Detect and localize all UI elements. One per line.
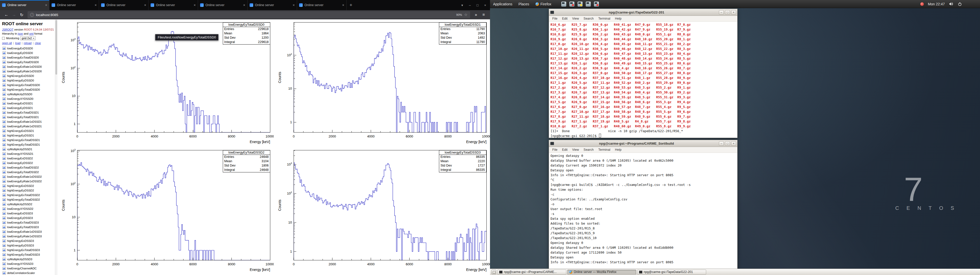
browser-tab[interactable]: Online server× bbox=[99, 0, 148, 10]
tab-close-icon[interactable]: × bbox=[243, 3, 245, 7]
tree-item[interactable]: highEnergyEyDSSD1 bbox=[2, 133, 55, 138]
tree-item[interactable]: lowEnergyExTotalDSSD2 bbox=[2, 165, 55, 170]
window-close-button[interactable]: × bbox=[731, 141, 736, 145]
browser-tab[interactable]: Online server× bbox=[248, 0, 297, 10]
tree-item[interactable]: highEnergyExDSSD1 bbox=[2, 129, 55, 133]
tree-item[interactable]: lowEnergyEyTotalDSSD0 bbox=[2, 60, 55, 65]
back-button[interactable]: ← bbox=[3, 11, 10, 18]
tree-item[interactable]: highEnergyExDSSD0 bbox=[2, 74, 55, 78]
xml-link[interactable]: xml bbox=[29, 32, 33, 35]
launcher-icon[interactable] bbox=[593, 1, 599, 7]
tree-item[interactable]: lowEnergyEyDSSD0 bbox=[2, 51, 55, 55]
new-tab-button[interactable]: + bbox=[347, 0, 355, 10]
tree-item[interactable]: lowEnergyXYDSSD1 bbox=[2, 152, 55, 156]
tree-item[interactable]: lowEnergyExDSSD0 bbox=[2, 46, 55, 51]
tab-close-icon[interactable]: × bbox=[342, 3, 344, 7]
launcher-icon[interactable] bbox=[577, 1, 583, 7]
tab-close-icon[interactable]: × bbox=[293, 3, 295, 7]
tree-item[interactable]: xyMultiplicityDSSD1 bbox=[2, 147, 55, 152]
tree-item[interactable]: lowEnergyExRate1xDSSD0 bbox=[2, 65, 55, 69]
tree-item[interactable]: lowEnergyExRate1xDSSD2 bbox=[2, 174, 55, 179]
volume-icon[interactable] bbox=[949, 2, 953, 6]
tree-item[interactable]: lowEnergyXYDSSD3 bbox=[2, 261, 55, 266]
forward-button[interactable]: → bbox=[10, 11, 18, 18]
monitoring-checkbox[interactable] bbox=[2, 37, 5, 40]
tree-item[interactable]: highEnergyExTotalDSSD2 bbox=[2, 193, 55, 198]
tab-close-icon[interactable]: × bbox=[194, 3, 196, 7]
tab-close-icon[interactable]: × bbox=[144, 3, 146, 7]
window-minimize-button[interactable]: – bbox=[719, 141, 724, 145]
launcher-icon[interactable] bbox=[585, 1, 591, 7]
tree-item[interactable]: lowEnergyXYDSSD2 bbox=[2, 207, 55, 211]
tree-item[interactable]: lowEnergyExTotalDSSD3 bbox=[2, 220, 55, 225]
tree-item[interactable]: highEnergyEyTotalDSSD2 bbox=[2, 198, 55, 202]
tree-item[interactable]: lowEnergyEyDSSD1 bbox=[2, 106, 55, 110]
histogram-panel[interactable]: 0200040006000800010000110102103Energy [k… bbox=[57, 147, 274, 275]
tree-item[interactable]: highEnergyExTotalDSSD0 bbox=[2, 83, 55, 87]
tree-item[interactable]: xyMultiplicityDSSD0 bbox=[2, 92, 55, 96]
menu-terminal[interactable]: Terminal bbox=[596, 17, 612, 21]
tree-item[interactable]: lowEnergyEyRate1xDSSD0 bbox=[2, 69, 55, 74]
tree-item[interactable]: highEnergyExDSSD2 bbox=[2, 183, 55, 188]
status-record-icon[interactable] bbox=[920, 2, 924, 6]
sidebar-action-load[interactable]: load bbox=[15, 41, 21, 44]
menu-search[interactable]: Search bbox=[581, 17, 596, 21]
tree-item[interactable]: lowEnergyChannelADC bbox=[2, 266, 55, 271]
tree-item[interactable]: lowEnergyExRate1xDSSD1 bbox=[2, 119, 55, 124]
browser-tab[interactable]: Online server× bbox=[148, 0, 198, 10]
window-maximize-button[interactable]: □ bbox=[725, 10, 730, 14]
tree-item[interactable]: highEnergyEyTotalDSSD3 bbox=[2, 252, 55, 257]
tree-item[interactable]: lowEnergyXYDSSD0 bbox=[2, 96, 55, 101]
focused-app-menu[interactable]: Firefox bbox=[532, 2, 555, 6]
tree-item[interactable]: highEnergyEyTotalDSSD0 bbox=[2, 87, 55, 92]
tree-item[interactable]: lowEnergyEyTotalDSSD3 bbox=[2, 225, 55, 229]
menu-view[interactable]: View bbox=[570, 148, 581, 152]
jsroot-link[interactable]: JSROOT bbox=[2, 28, 13, 31]
terminal-output[interactable]: R16_6.gz R25_7.gz R36_0.gz R40_41.gz R47… bbox=[549, 22, 737, 138]
tree-item[interactable]: highEnergyExTotalDSSD1 bbox=[2, 138, 55, 142]
menu-file[interactable]: File bbox=[550, 148, 560, 152]
launcher-icon[interactable] bbox=[569, 1, 575, 7]
window-close-button[interactable]: × bbox=[481, 0, 489, 10]
tree-item[interactable]: deltaCorrelationScaler bbox=[2, 271, 55, 275]
menu-help[interactable]: Help bbox=[612, 17, 624, 21]
menu-edit[interactable]: Edit bbox=[560, 148, 570, 152]
taskbar-button[interactable]: npg@carme-gsi:~/Programs/CARME... bbox=[497, 270, 566, 275]
sidebar-scrollbar[interactable] bbox=[55, 19, 57, 275]
json-link[interactable]: json bbox=[18, 32, 23, 35]
taskbar-button[interactable]: npg@carme-gsi:/TapeData/G22-201 bbox=[637, 270, 706, 275]
tree-item[interactable]: lowEnergyExRate1xDSSD3 bbox=[2, 229, 55, 234]
menu-search[interactable]: Search bbox=[581, 148, 596, 152]
window-maximize-button[interactable]: □ bbox=[474, 0, 481, 10]
tree-item[interactable]: lowEnergyEyRate1xDSSD2 bbox=[2, 179, 55, 183]
tab-close-icon[interactable]: × bbox=[95, 3, 97, 7]
scrollbar-thumb[interactable] bbox=[56, 20, 57, 74]
show-desktop-icon[interactable] bbox=[492, 270, 496, 274]
window-minimize-button[interactable]: – bbox=[466, 0, 474, 10]
browser-tab[interactable]: Online server× bbox=[0, 0, 49, 10]
tree-item[interactable]: xyMultiplicityDSSD3 bbox=[2, 257, 55, 261]
tree-item[interactable]: lowEnergyEyDSSD2 bbox=[2, 161, 55, 165]
taskbar-button[interactable]: Online server — Mozilla Firefox bbox=[567, 270, 636, 275]
tree-item[interactable]: highEnergyExDSSD3 bbox=[2, 239, 55, 243]
histogram-panel[interactable]: 0200040006000800010000110102Energy [keV]… bbox=[274, 19, 490, 147]
tree-item[interactable]: highEnergyEyDSSD0 bbox=[2, 78, 55, 83]
places-menu[interactable]: Places bbox=[515, 0, 532, 8]
tree-item[interactable]: lowEnergyExDSSD2 bbox=[2, 156, 55, 161]
window-minimize-button[interactable]: – bbox=[719, 10, 724, 14]
menu-edit[interactable]: Edit bbox=[560, 17, 570, 21]
tree-item[interactable]: lowEnergyEyRate1xDSSD1 bbox=[2, 124, 55, 129]
tree-item[interactable]: highEnergyEyDSSD3 bbox=[2, 243, 55, 248]
launcher-icon[interactable] bbox=[561, 1, 566, 7]
window-close-button[interactable]: × bbox=[731, 10, 736, 14]
menu-file[interactable]: File bbox=[550, 17, 560, 21]
menu-terminal[interactable]: Terminal bbox=[596, 148, 612, 152]
tree-item[interactable]: lowEnergyExTotalDSSD1 bbox=[2, 110, 55, 115]
hamburger-menu-icon[interactable]: ≡ bbox=[480, 11, 487, 18]
tree-item[interactable]: highEnergyEyDSSD2 bbox=[2, 188, 55, 193]
terminal-titlebar[interactable]: npg@carme-gsi:~/Programs/CARME_Sort/buil… bbox=[549, 140, 737, 147]
sidebar-action-open-all[interactable]: open all bbox=[2, 41, 12, 44]
browser-tab[interactable]: Online server× bbox=[297, 0, 347, 10]
tree-item[interactable]: lowEnergyEyDSSD3 bbox=[2, 216, 55, 220]
tree-item[interactable]: highEnergyExTotalDSSD3 bbox=[2, 248, 55, 252]
